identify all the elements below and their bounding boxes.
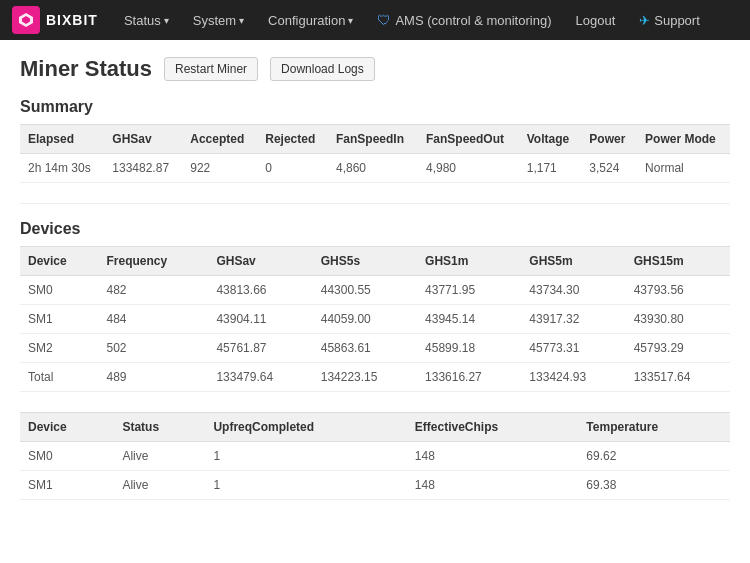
devices2-col-header: Device — [20, 413, 114, 442]
summary-col-header: Accepted — [182, 125, 257, 154]
nav-logout[interactable]: Logout — [565, 0, 625, 40]
table-cell: 484 — [98, 305, 208, 334]
table-row: Total489133479.64134223.15133616.2713342… — [20, 363, 730, 392]
summary-col-header: Power Mode — [637, 125, 730, 154]
devices-table2-body: SM0Alive114869.62SM1Alive114869.38 — [20, 442, 730, 500]
navbar: BIXBIT Status ▾ System ▾ Configuration ▾… — [0, 0, 750, 40]
table-cell: 2h 14m 30s — [20, 154, 104, 183]
summary-col-header: GHSav — [104, 125, 182, 154]
nav-system[interactable]: System ▾ — [183, 0, 254, 40]
table-cell: 45863.61 — [313, 334, 417, 363]
table-row: SM0Alive114869.62 — [20, 442, 730, 471]
devices-table1-header: DeviceFrequencyGHSavGHS5sGHS1mGHS5mGHS15… — [20, 247, 730, 276]
devices-section: Devices DeviceFrequencyGHSavGHS5sGHS1mGH… — [20, 220, 730, 500]
nav-configuration[interactable]: Configuration ▾ — [258, 0, 363, 40]
devices-table1-body: SM048243813.6644300.5543771.9543734.3043… — [20, 276, 730, 392]
table-cell: SM0 — [20, 442, 114, 471]
table-cell: 489 — [98, 363, 208, 392]
table-row: 2h 14m 30s133482.8792204,8604,9801,1713,… — [20, 154, 730, 183]
summary-col-header: Power — [581, 125, 637, 154]
summary-col-header: Voltage — [519, 125, 582, 154]
devices2-col-header: Status — [114, 413, 205, 442]
table-cell: SM1 — [20, 305, 98, 334]
summary-col-header: FanSpeedOut — [418, 125, 519, 154]
table-cell: 43945.14 — [417, 305, 521, 334]
summary-section: Summary ElapsedGHSavAcceptedRejectedFanS… — [20, 98, 730, 183]
table-cell: 922 — [182, 154, 257, 183]
table-cell: Total — [20, 363, 98, 392]
brand-logo — [12, 6, 40, 34]
table-cell: Alive — [114, 471, 205, 500]
table-cell: 69.38 — [578, 471, 730, 500]
table-cell: 134223.15 — [313, 363, 417, 392]
summary-col-header: Rejected — [257, 125, 328, 154]
table-cell: 43917.32 — [521, 305, 625, 334]
table-row: SM148443904.1144059.0043945.1443917.3243… — [20, 305, 730, 334]
table-cell: 43930.80 — [626, 305, 730, 334]
section-divider — [20, 203, 730, 204]
summary-title: Summary — [20, 98, 730, 116]
devices-table1-header-row: DeviceFrequencyGHSavGHS5sGHS1mGHS5mGHS15… — [20, 247, 730, 276]
table-cell: 3,524 — [581, 154, 637, 183]
table-cell: 133616.27 — [417, 363, 521, 392]
table-cell: 133517.64 — [626, 363, 730, 392]
devices-col-header: GHS5m — [521, 247, 625, 276]
page-header: Miner Status Restart Miner Download Logs — [20, 56, 730, 82]
download-logs-button[interactable]: Download Logs — [270, 57, 375, 81]
table-cell: 43771.95 — [417, 276, 521, 305]
table-cell: Normal — [637, 154, 730, 183]
summary-table-body: 2h 14m 30s133482.8792204,8604,9801,1713,… — [20, 154, 730, 183]
table-cell: 45773.31 — [521, 334, 625, 363]
table-cell: 43734.30 — [521, 276, 625, 305]
telegram-icon: ✈ — [639, 13, 650, 28]
table-cell: 4,980 — [418, 154, 519, 183]
table-cell: 148 — [407, 442, 579, 471]
table-cell: 133479.64 — [208, 363, 312, 392]
brand: BIXBIT — [12, 6, 98, 34]
table-cell: 45899.18 — [417, 334, 521, 363]
table-cell: 43793.56 — [626, 276, 730, 305]
chevron-down-icon: ▾ — [348, 15, 353, 26]
table-cell: 43904.11 — [208, 305, 312, 334]
table-row: SM1Alive114869.38 — [20, 471, 730, 500]
table-cell: 1 — [205, 471, 406, 500]
devices2-col-header: Temperature — [578, 413, 730, 442]
devices-table2: DeviceStatusUpfreqCompletedEffectiveChip… — [20, 412, 730, 500]
table-cell: 45761.87 — [208, 334, 312, 363]
table-cell: 1,171 — [519, 154, 582, 183]
table-cell: SM0 — [20, 276, 98, 305]
table-cell: SM1 — [20, 471, 114, 500]
devices-col-header: Frequency — [98, 247, 208, 276]
table-cell: 43813.66 — [208, 276, 312, 305]
nav-status[interactable]: Status ▾ — [114, 0, 179, 40]
devices-title: Devices — [20, 220, 730, 238]
table-cell: SM2 — [20, 334, 98, 363]
table-cell: 44300.55 — [313, 276, 417, 305]
brand-name: BIXBIT — [46, 12, 98, 28]
table-cell: Alive — [114, 442, 205, 471]
devices2-col-header: UpfreqCompleted — [205, 413, 406, 442]
devices2-col-header: EffectiveChips — [407, 413, 579, 442]
table-cell: 133482.87 — [104, 154, 182, 183]
nav-support[interactable]: ✈ Support — [629, 13, 710, 28]
devices-col-header: Device — [20, 247, 98, 276]
devices-table2-header-row: DeviceStatusUpfreqCompletedEffectiveChip… — [20, 413, 730, 442]
nav-ams[interactable]: 🛡 AMS (control & monitoring) — [367, 12, 561, 28]
summary-table-header: ElapsedGHSavAcceptedRejectedFanSpeedInFa… — [20, 125, 730, 154]
restart-miner-button[interactable]: Restart Miner — [164, 57, 258, 81]
table-cell: 0 — [257, 154, 328, 183]
table-row: SM048243813.6644300.5543771.9543734.3043… — [20, 276, 730, 305]
table-cell: 45793.29 — [626, 334, 730, 363]
devices-table1: DeviceFrequencyGHSavGHS5sGHS1mGHS5mGHS15… — [20, 246, 730, 392]
devices-col-header: GHS5s — [313, 247, 417, 276]
table-cell: 69.62 — [578, 442, 730, 471]
devices-col-header: GHSav — [208, 247, 312, 276]
table-cell: 1 — [205, 442, 406, 471]
summary-col-header: Elapsed — [20, 125, 104, 154]
devices-col-header: GHS15m — [626, 247, 730, 276]
devices-col-header: GHS1m — [417, 247, 521, 276]
table-cell: 133424.93 — [521, 363, 625, 392]
table-row: SM250245761.8745863.6145899.1845773.3145… — [20, 334, 730, 363]
shield-icon: 🛡 — [377, 12, 391, 28]
summary-col-header: FanSpeedIn — [328, 125, 418, 154]
